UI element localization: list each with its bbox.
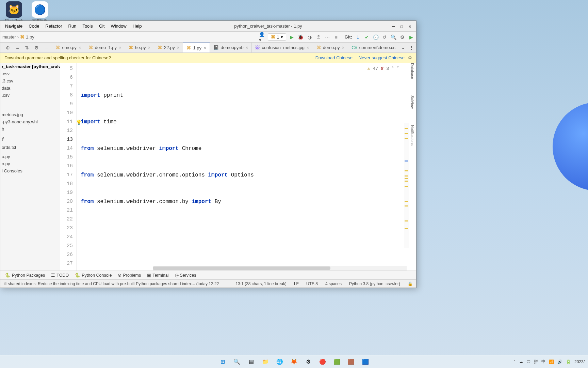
close-icon[interactable]: × <box>203 45 206 50</box>
tree-item[interactable]: data <box>0 85 60 92</box>
menu-git[interactable]: Git <box>96 22 108 30</box>
tab-1[interactable]: ⌘1.py× <box>183 43 210 52</box>
tray-chevron-icon[interactable]: ˄ <box>513 359 516 364</box>
code-editor[interactable]: 💡 import pprint import time from seleniu… <box>77 63 416 271</box>
minimize-button[interactable]: ─ <box>392 24 395 29</box>
extensions-button[interactable]: ▶ <box>408 34 414 40</box>
tree-item[interactable]: ords.txt <box>0 144 60 151</box>
tool-database[interactable]: Database <box>410 62 415 80</box>
git-update-button[interactable]: ⤓ <box>355 34 361 40</box>
close-icon[interactable]: × <box>246 45 248 50</box>
error-stripe[interactable] <box>404 123 409 248</box>
tab-demo-py[interactable]: ⌘demo.py× <box>313 43 348 52</box>
ime-indicator[interactable]: 拼 <box>534 359 538 365</box>
python-interpreter[interactable]: Python 3.8 (python_crawler) <box>349 281 400 286</box>
tool-python-console[interactable]: 🐍 Python Console <box>75 273 112 278</box>
tab-22[interactable]: ⌘22.py× <box>154 43 183 52</box>
tree-item[interactable]: .3.csv <box>0 77 60 85</box>
tabs-menu[interactable]: ⋮ <box>407 43 416 52</box>
menu-tools[interactable]: Tools <box>80 22 95 30</box>
gear-icon[interactable]: ⚙ <box>33 45 39 51</box>
file-encoding[interactable]: UTF-8 <box>306 281 318 286</box>
search-icon[interactable]: 🔍 <box>231 357 243 367</box>
tabs-overflow[interactable]: ⌄ <box>399 43 407 52</box>
start-button[interactable]: ⊞ <box>217 357 228 367</box>
project-tree[interactable]: r_task-master [python_cralwe .csv .3.csv… <box>0 63 60 271</box>
breadcrumb[interactable]: master › ⌘ 1.py <box>2 34 34 40</box>
desktop-icon-clash[interactable]: 🐱 ClashPack <box>2 1 26 22</box>
never-suggest-link[interactable]: Never suggest Chinese <box>359 55 405 60</box>
tool-problems[interactable]: ⊘ Problems <box>118 273 141 278</box>
menu-run[interactable]: Run <box>66 22 79 30</box>
tab-he[interactable]: ⌘he.py× <box>125 43 154 52</box>
tree-item[interactable]: o.py <box>0 153 60 160</box>
chevron-up-icon[interactable]: ˄ <box>392 64 394 73</box>
more-run-button[interactable]: ⋯ <box>324 34 330 40</box>
onedrive-icon[interactable]: ☁ <box>519 359 523 364</box>
close-button[interactable]: ✕ <box>409 24 411 29</box>
firefox-icon[interactable]: 🦊 <box>288 357 300 367</box>
clock[interactable]: 2023/ <box>574 359 585 364</box>
tree-item[interactable]: o.py <box>0 160 60 167</box>
hide-icon[interactable]: ─ <box>43 45 49 51</box>
edge-icon[interactable]: 🌐 <box>274 357 285 367</box>
tree-root[interactable]: r_task-master [python_cralwe <box>0 63 60 70</box>
tool-notifications[interactable]: Notifications <box>410 124 415 147</box>
expand-icon[interactable]: ≡ <box>14 45 20 51</box>
tree-item[interactable]: .csv <box>0 70 60 77</box>
close-icon[interactable]: × <box>177 45 180 50</box>
volume-icon[interactable]: 🔊 <box>557 359 562 364</box>
debug-button[interactable]: 🐞 <box>298 34 304 40</box>
search-button[interactable]: 🔍 <box>390 34 396 40</box>
git-commit-button[interactable]: ✔ <box>364 34 370 40</box>
menu-window[interactable]: Window <box>108 22 129 30</box>
wifi-icon[interactable]: 📶 <box>549 359 554 364</box>
explorer-icon[interactable]: 📁 <box>260 357 271 367</box>
tree-item[interactable]: b <box>0 125 60 133</box>
close-icon[interactable]: × <box>119 45 121 50</box>
close-icon[interactable]: × <box>148 45 150 50</box>
lang-indicator[interactable]: 中 <box>541 359 545 365</box>
close-icon[interactable]: × <box>307 45 309 50</box>
tree-item[interactable]: .csv <box>0 92 60 99</box>
inspections-widget[interactable]: ⚠47 ✘3 ˄ ˅ <box>368 64 399 73</box>
settings-icon[interactable]: ⚙ <box>303 357 314 367</box>
tab-demo-ipynb[interactable]: 📓demo.ipynb× <box>210 43 252 52</box>
tool-terminal[interactable]: ▣ Terminal <box>147 273 168 278</box>
taskbar[interactable]: ⊞ 🔍 ▤ 📁 🌐 🦊 ⚙ 🔴 🟩 🟫 🟦 ˄ ☁ 🛡 拼 中 📶 🔊 🔋 20… <box>0 355 588 368</box>
close-icon[interactable]: × <box>342 45 345 50</box>
menu-navigate[interactable]: Navigate <box>2 22 25 30</box>
system-tray[interactable]: ˄ ☁ 🛡 拼 中 📶 🔊 🔋 2023/ <box>513 359 585 365</box>
horizontal-scrollbar[interactable] <box>153 266 407 271</box>
menu-help[interactable]: Help <box>130 22 145 30</box>
tab-demo1[interactable]: ⌘demo_1.py× <box>85 43 125 52</box>
close-icon[interactable]: × <box>79 45 81 50</box>
git-history-button[interactable]: 🕘 <box>373 34 379 40</box>
tab-emo[interactable]: ⌘emo.py× <box>52 43 85 52</box>
intention-bulb-icon[interactable]: 💡 <box>76 118 82 127</box>
tree-item[interactable]: -py3-none-any.whl <box>0 118 60 125</box>
battery-icon[interactable]: 🔋 <box>566 359 571 364</box>
tab-comment-demo-cs[interactable]: C#comment\demo.cs <box>348 43 399 52</box>
stop-button[interactable]: ■ <box>333 34 339 40</box>
tool-services[interactable]: ◎ Services <box>175 273 196 278</box>
banner-settings-icon[interactable]: ⚙ <box>408 55 412 60</box>
tool-python-packages[interactable]: 🐍 Python Packages <box>5 273 45 278</box>
chevron-down-icon[interactable]: ˅ <box>397 64 399 73</box>
collapse-icon[interactable]: ⇅ <box>24 45 30 51</box>
task-view-icon[interactable]: ▤ <box>245 357 257 367</box>
app-icon[interactable]: 🟩 <box>331 357 343 367</box>
coverage-button[interactable]: ◑ <box>307 34 313 40</box>
app-icon[interactable]: 🟦 <box>360 357 371 367</box>
maximize-button[interactable]: ☐ <box>400 24 403 29</box>
profile-button[interactable]: ⏱ <box>315 34 322 40</box>
run-config-selector[interactable]: ⌘ 1 ▾ <box>268 33 286 41</box>
menu-code[interactable]: Code <box>26 22 42 30</box>
caret-position[interactable]: 13:1 (38 chars, 1 line break) <box>235 281 286 286</box>
chrome-icon[interactable]: 🔴 <box>317 357 328 367</box>
run-button[interactable]: ▶ <box>289 34 295 40</box>
security-icon[interactable]: 🛡 <box>526 359 530 364</box>
line-separator[interactable]: LF <box>294 281 299 286</box>
indent-config[interactable]: 4 spaces <box>325 281 342 286</box>
app-icon[interactable]: 🟫 <box>345 357 357 367</box>
